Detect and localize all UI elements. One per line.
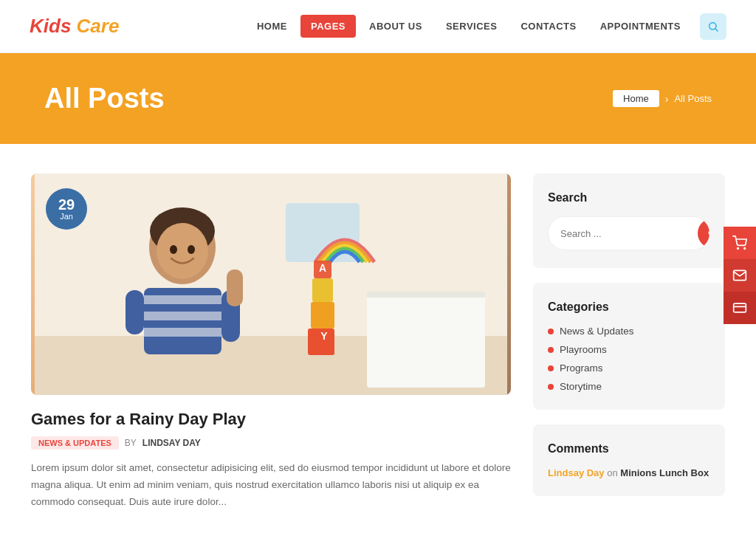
search-submit-icon [707, 228, 710, 238]
post-meta: NEWS & UPDATES BY LINDSAY DAY [31, 436, 511, 450]
svg-rect-20 [144, 328, 221, 337]
breadcrumb-home-link[interactable]: Home [613, 90, 659, 107]
main-container: A Y [16, 144, 740, 540]
svg-rect-7 [367, 292, 485, 298]
post-image-wrapper: A Y [31, 173, 511, 395]
category-dot-playrooms [548, 347, 554, 353]
svg-point-25 [188, 245, 195, 254]
post-excerpt: Lorem ipsum dolor sit amet, consectetur … [31, 460, 511, 511]
breadcrumb: Home › All Posts [613, 90, 712, 107]
logo-kids: Kids [30, 15, 71, 37]
svg-rect-30 [734, 303, 746, 312]
post-date-day: 29 [58, 197, 75, 212]
svg-point-28 [738, 247, 739, 249]
svg-rect-22 [126, 290, 144, 334]
header: Kids Care HOME PAGES ABOUT US SERVICES C… [0, 0, 756, 53]
svg-rect-18 [144, 295, 221, 304]
svg-point-29 [744, 247, 746, 249]
nav-appointments[interactable]: APPOINTMENTS [590, 15, 691, 38]
breadcrumb-current: All Posts [674, 93, 712, 104]
comments-widget-title: Comments [548, 442, 710, 456]
category-dot-news [548, 329, 554, 334]
sidebar: Search Categories News & Updates [533, 173, 725, 511]
categories-widget: Categories News & Updates Playrooms Prog… [533, 283, 725, 410]
svg-point-24 [170, 245, 177, 254]
post-by-label: BY [125, 438, 137, 448]
logo-care: Care [77, 15, 120, 37]
search-submit-button[interactable] [698, 219, 710, 248]
nav-home[interactable]: HOME [247, 15, 298, 38]
category-item-news[interactable]: News & Updates [548, 326, 710, 337]
hero-title: All Posts [44, 83, 165, 114]
main-nav: HOME PAGES ABOUT US SERVICES CONTACTS AP… [247, 13, 726, 40]
cart-icon [732, 236, 747, 250]
site-logo[interactable]: Kids Care [30, 15, 119, 38]
comment-author[interactable]: Lindsay Day [548, 467, 605, 478]
svg-text:Y: Y [320, 330, 328, 342]
floating-cart-button[interactable] [724, 227, 756, 259]
svg-rect-23 [227, 269, 243, 306]
comments-widget: Comments Lindsay Day on Minions Lunch Bo… [533, 424, 725, 496]
search-widget: Search [533, 173, 725, 268]
svg-rect-6 [367, 292, 485, 388]
post-date-month: Jan [60, 212, 73, 221]
category-label-playrooms: Playrooms [560, 344, 607, 355]
categories-widget-title: Categories [548, 300, 710, 314]
post-illustration: A Y [31, 173, 511, 395]
floating-buttons [724, 227, 756, 324]
category-item-programs[interactable]: Programs [548, 362, 710, 374]
header-search-button[interactable] [700, 13, 726, 40]
post-title[interactable]: Games for a Rainy Day Play [31, 410, 511, 429]
nav-pages[interactable]: PAGES [300, 15, 356, 38]
search-input[interactable] [549, 221, 696, 247]
card-icon [732, 300, 747, 315]
category-list: News & Updates Playrooms Programs Storyt… [548, 326, 710, 392]
mail-icon [732, 268, 747, 283]
category-label-storytime: Storytime [560, 381, 602, 392]
category-dot-programs [548, 365, 554, 371]
post-category[interactable]: NEWS & UPDATES [31, 436, 119, 450]
floating-mail-button[interactable] [724, 259, 756, 292]
search-widget-title: Search [548, 191, 710, 204]
category-label-news: News & Updates [560, 326, 634, 337]
category-label-programs: Programs [560, 362, 603, 374]
nav-contacts[interactable]: CONTACTS [510, 15, 586, 38]
nav-about[interactable]: ABOUT US [359, 15, 433, 38]
post-area: A Y [31, 173, 511, 511]
search-form [548, 216, 710, 250]
post-author[interactable]: LINDSAY DAY [142, 438, 201, 448]
svg-text:A: A [319, 262, 326, 274]
comment-post-link[interactable]: Minions Lunch Box [620, 467, 709, 478]
svg-rect-19 [144, 312, 221, 320]
hero-banner: All Posts Home › All Posts [0, 53, 756, 144]
category-item-storytime[interactable]: Storytime [548, 381, 710, 392]
search-icon [707, 21, 719, 32]
comment-on-label: on [607, 467, 620, 478]
category-item-playrooms[interactable]: Playrooms [548, 344, 710, 355]
post-date-badge: 29 Jan [46, 188, 87, 230]
svg-point-16 [157, 223, 208, 279]
svg-rect-9 [311, 302, 334, 329]
svg-rect-10 [312, 278, 333, 302]
breadcrumb-separator: › [665, 93, 669, 105]
comments-content: Lindsay Day on Minions Lunch Box [548, 467, 710, 478]
nav-services[interactable]: SERVICES [436, 15, 508, 38]
svg-line-1 [715, 29, 718, 31]
post-image: A Y [31, 173, 511, 395]
category-dot-storytime [548, 384, 554, 390]
floating-card-button[interactable] [724, 292, 756, 324]
svg-point-26 [709, 230, 710, 236]
